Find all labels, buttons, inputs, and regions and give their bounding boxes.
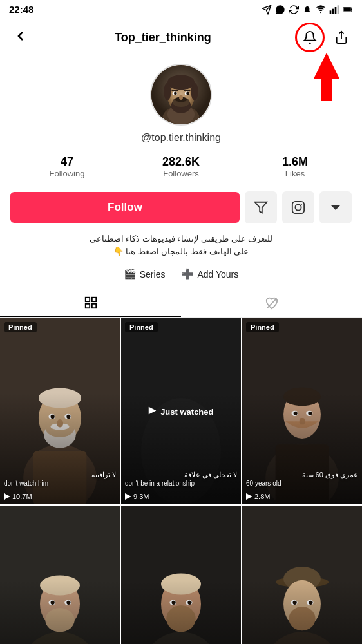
page-title: Top_tier_thinking: [115, 31, 211, 44]
svg-marker-63: [246, 493, 252, 500]
svg-marker-25: [255, 202, 267, 213]
stat-followers[interactable]: 282.6K Followers: [124, 153, 238, 181]
svg-marker-51: [149, 406, 157, 414]
series-link[interactable]: 🎬 Series: [124, 268, 166, 280]
back-button[interactable]: [10, 26, 31, 49]
filter-button[interactable]: [245, 191, 277, 223]
status-time: 22:48: [9, 4, 33, 15]
series-label: Series: [140, 269, 166, 279]
svg-point-16: [164, 83, 171, 100]
video-caption-2: لا تعجلي في علاقة don't be in a relation…: [125, 470, 237, 488]
header-actions: [295, 23, 352, 52]
stats-row: 47 Following 282.6K Followers 1.6M Likes: [10, 153, 352, 181]
svg-point-15: [167, 75, 195, 90]
more-button[interactable]: [319, 191, 352, 223]
whatsapp-icon: [275, 5, 285, 15]
caption-en-1: don't watch him: [4, 479, 116, 488]
pinned-badge-1: Pinned: [4, 322, 37, 332]
caption-en-3: 60 years old: [246, 479, 358, 488]
links-divider: [173, 269, 173, 279]
series-icon: 🎬: [124, 268, 137, 280]
svg-rect-3: [332, 8, 334, 14]
bio-line-2: على الهاتف فقط بالمجان اضغط هنا 👇: [90, 245, 273, 258]
video-views-2: 9.3M: [133, 493, 149, 500]
status-bar: 22:48: [0, 0, 362, 17]
svg-rect-26: [292, 202, 304, 213]
instagram-button[interactable]: [282, 191, 314, 223]
links-row: 🎬 Series ➕ Add Yours: [124, 264, 239, 289]
video-thumb-6[interactable]: [242, 506, 362, 644]
svg-marker-29: [330, 205, 341, 210]
svg-point-28: [301, 204, 302, 205]
svg-rect-32: [85, 304, 89, 308]
tab-grid[interactable]: [0, 289, 181, 317]
svg-marker-48: [4, 493, 10, 500]
svg-point-27: [295, 204, 301, 210]
svg-point-17: [191, 83, 198, 100]
svg-rect-7: [343, 8, 350, 11]
tab-liked[interactable]: [181, 289, 362, 317]
following-count: 47: [10, 155, 124, 169]
svg-rect-5: [338, 5, 339, 14]
pinned-badge-2: Pinned: [125, 322, 158, 332]
username: @top.tier.thinking: [141, 132, 221, 144]
video-views-3: 2.8M: [254, 493, 270, 500]
svg-rect-4: [335, 7, 337, 14]
video-gradient-6: [242, 580, 362, 644]
video-play-row-1: 10.7M: [4, 493, 32, 500]
caption-en-2: don't be in a relationship: [125, 479, 237, 488]
video-gradient-4: [0, 580, 120, 644]
caption-ar-3: عمري فوق 60 سنة: [246, 470, 358, 479]
profile-section: @top.tier.thinking 47 Following 282.6K F…: [0, 57, 362, 289]
battery-icon: [343, 5, 353, 15]
video-play-row-2: 9.3M: [125, 493, 149, 500]
pinned-badge-3: Pinned: [246, 322, 279, 332]
tabs-row: [0, 289, 362, 318]
follow-button[interactable]: Follow: [10, 192, 240, 223]
bio-section: للتعرف على طريقتي لإنشاء فيديوهات ذكاء ا…: [83, 232, 280, 264]
svg-marker-52: [125, 493, 131, 500]
video-play-row-3: 2.8M: [246, 493, 270, 500]
bio-line-1: للتعرف على طريقتي لإنشاء فيديوهات ذكاء ا…: [90, 232, 273, 245]
likes-label: Likes: [238, 169, 352, 178]
video-thumb-5[interactable]: [121, 506, 241, 644]
caption-ar-1: لا تراقبيه: [4, 470, 116, 479]
status-icons: [262, 5, 353, 15]
sync-icon: [289, 5, 299, 15]
followers-count: 282.6K: [124, 155, 238, 169]
svg-point-23: [174, 92, 177, 95]
share-button[interactable]: [331, 27, 352, 48]
signal-icon: [329, 5, 339, 15]
video-views-1: 10.7M: [12, 493, 32, 500]
add-yours-icon: ➕: [181, 268, 194, 280]
telegram-icon: [262, 5, 272, 15]
avatar: [150, 64, 212, 126]
svg-point-1: [320, 12, 321, 13]
svg-rect-33: [91, 304, 95, 308]
following-label: Following: [10, 169, 124, 178]
video-grid: Pinned لا تراقبيه don't watch him 10.7M …: [0, 318, 362, 644]
video-thumb-4[interactable]: [0, 506, 120, 644]
add-yours-link[interactable]: ➕ Add Yours: [181, 268, 238, 280]
video-gradient-5: [121, 580, 241, 644]
just-watched-label: Just watched: [149, 406, 214, 416]
stat-following[interactable]: 47 Following: [10, 153, 124, 181]
svg-rect-30: [85, 298, 89, 301]
likes-count: 1.6M: [238, 155, 352, 169]
svg-point-24: [186, 92, 189, 95]
video-caption-1: لا تراقبيه don't watch him: [4, 470, 116, 488]
bell-button[interactable]: [295, 23, 325, 52]
svg-rect-31: [91, 298, 95, 301]
video-thumb-1[interactable]: Pinned لا تراقبيه don't watch him 10.7M: [0, 318, 120, 504]
wifi-icon: [316, 5, 326, 15]
header: Top_tier_thinking: [0, 17, 362, 57]
stat-likes[interactable]: 1.6M Likes: [238, 153, 352, 181]
caption-ar-2: لا تعجلي في علاقة: [125, 470, 237, 479]
video-thumb-2[interactable]: Pinned Just watched لا تعجلي في علاقة do…: [121, 318, 241, 504]
followers-label: Followers: [124, 169, 238, 178]
video-thumb-3[interactable]: Pinned عمري فوق 60 سنة 60 years old 2.8M: [242, 318, 362, 504]
video-caption-3: عمري فوق 60 سنة 60 years old: [246, 470, 358, 488]
mute-icon: [302, 5, 312, 15]
add-yours-label: Add Yours: [197, 269, 238, 279]
svg-rect-2: [330, 10, 332, 14]
